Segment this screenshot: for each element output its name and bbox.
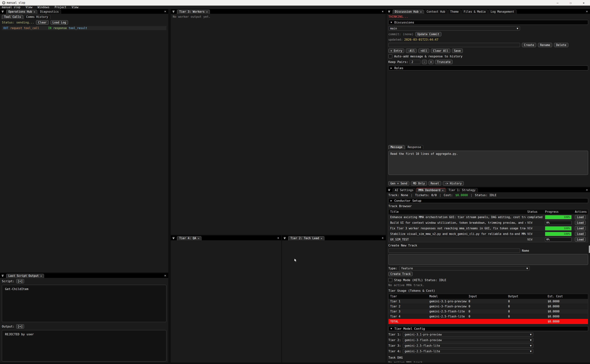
tool-call-log-row[interactable]: OUT request tool_call IN response tool_r… bbox=[2, 26, 166, 30]
menu-item-project[interactable]: Project bbox=[55, 6, 67, 9]
tab-log-management[interactable]: Log Management bbox=[488, 10, 516, 14]
load-button[interactable]: Load bbox=[575, 215, 586, 219]
tab-close-icon[interactable]: ✕ bbox=[420, 10, 422, 13]
create-button[interactable]: Create bbox=[522, 43, 536, 47]
panel-close-icon[interactable]: ✕ bbox=[164, 10, 167, 14]
tab-comms-history[interactable]: Comms History bbox=[24, 15, 50, 19]
script-expand-button[interactable]: [+] bbox=[16, 279, 24, 283]
tab-ai-settings[interactable]: AI Settings bbox=[393, 188, 416, 192]
collapsed-arrow-icon: ▶ bbox=[391, 199, 392, 202]
tier3-model-select[interactable]: gemini-2.5-flash-lite ▼ bbox=[403, 344, 533, 348]
create-track-button[interactable]: Create Track bbox=[388, 272, 413, 276]
reset-button[interactable]: Reset bbox=[429, 181, 441, 186]
tab-message[interactable]: Message bbox=[388, 145, 405, 149]
minus-all-button[interactable]: -All bbox=[406, 49, 417, 53]
panel-close-icon[interactable]: ✕ bbox=[586, 10, 589, 14]
track-name-input[interactable] bbox=[388, 248, 520, 253]
load-button[interactable]: Load bbox=[575, 221, 586, 225]
tab-context-hub[interactable]: Context Hub bbox=[424, 10, 447, 14]
track-row[interactable]: Enhance existing MMA orchestration GUI: … bbox=[389, 214, 588, 220]
panel-close-icon[interactable]: ✕ bbox=[586, 188, 589, 192]
tab-mma-dashboard[interactable]: MMA Dashboard ✕ bbox=[416, 188, 446, 192]
conductor-setup-header[interactable]: ▶ Conductor Setup bbox=[388, 198, 588, 203]
output-expand-button[interactable]: [+] bbox=[16, 324, 24, 329]
tab-tier2-tech-lead[interactable]: Tier 2: Tech Lead ✕ bbox=[288, 236, 324, 240]
tab-tier1-strategy[interactable]: Tier 1: Strategy bbox=[446, 188, 478, 192]
tab-tier4-qa[interactable]: Tier 4: QA ✕ bbox=[177, 236, 201, 240]
clear-button[interactable]: Clear bbox=[36, 20, 48, 25]
tier1-model-select[interactable]: gemini-3.1-pro-preview ▼ bbox=[403, 332, 533, 337]
tab-discussion-hub[interactable]: Discussion Hub ✕ bbox=[393, 10, 424, 14]
track-row[interactable]: UX_SIM_TEST NEW 0% Load bbox=[389, 237, 588, 242]
delete-button[interactable]: Delete bbox=[554, 43, 568, 47]
discussion-select[interactable]: main ▼ bbox=[388, 26, 520, 31]
load-log-button[interactable]: Load Log bbox=[51, 20, 68, 25]
track-type-select[interactable]: feature ▼ bbox=[399, 266, 530, 271]
tab-response[interactable]: Response bbox=[405, 145, 423, 149]
roles-section-header[interactable]: ▶ Roles bbox=[388, 65, 588, 70]
dock-menu-icon[interactable] bbox=[388, 11, 391, 13]
dock-menu-icon[interactable] bbox=[283, 237, 286, 240]
track-description-textarea[interactable] bbox=[388, 254, 588, 265]
dock-menu-icon[interactable] bbox=[1, 11, 4, 13]
rename-button[interactable]: Rename bbox=[538, 43, 552, 47]
plus-all-button[interactable]: +All bbox=[418, 49, 429, 53]
minimize-button[interactable]: — bbox=[553, 1, 562, 5]
step-mode-checkbox[interactable] bbox=[388, 278, 392, 282]
panel-close-icon[interactable]: ✕ bbox=[382, 10, 384, 14]
update-commit-button[interactable]: Update Commit bbox=[416, 32, 441, 36]
output-textarea[interactable]: REJECTED by user bbox=[2, 330, 166, 361]
tab-tier3-workers[interactable]: Tier 3: Workers ✕ bbox=[177, 10, 210, 14]
tab-close-icon[interactable]: ✕ bbox=[40, 275, 42, 277]
autoadd-checkbox[interactable] bbox=[388, 54, 392, 58]
panel-close-icon[interactable]: ✕ bbox=[164, 274, 167, 278]
maximize-button[interactable]: ☐ bbox=[566, 1, 575, 5]
tab-close-icon[interactable]: ✕ bbox=[198, 237, 199, 240]
tab-close-icon[interactable]: ✕ bbox=[442, 189, 443, 192]
tab-close-icon[interactable]: ✕ bbox=[321, 237, 322, 240]
tier-model-config-header[interactable]: ▼ Tier Model Config bbox=[388, 326, 588, 331]
to-history-button[interactable]: -> History bbox=[443, 181, 464, 186]
clear-all-button[interactable]: Clear All bbox=[431, 49, 450, 53]
dock-menu-icon[interactable] bbox=[388, 189, 391, 191]
gen-send-button[interactable]: Gen + Send bbox=[388, 181, 409, 186]
close-button[interactable]: ✕ bbox=[580, 1, 588, 5]
track-row[interactable]: Build UI for context window utilization,… bbox=[389, 220, 588, 225]
message-textarea[interactable]: Read the first 10 lines of aggregate.py. bbox=[388, 151, 588, 175]
discussion-name-input[interactable] bbox=[388, 43, 520, 47]
tab-tool-calls[interactable]: Tool Calls bbox=[2, 15, 23, 19]
load-button[interactable]: Load bbox=[575, 237, 586, 242]
menu-item-manual-slop[interactable]: manual slop bbox=[2, 6, 20, 9]
track-row[interactable]: Fix Tier 3 worker responses not reaching… bbox=[389, 225, 588, 231]
tab-close-icon[interactable]: ✕ bbox=[206, 10, 208, 13]
load-button[interactable]: Load bbox=[575, 232, 586, 236]
script-textarea[interactable]: Get-ChildItem bbox=[2, 285, 166, 322]
dock-menu-icon[interactable] bbox=[172, 11, 175, 13]
tab-operations-hub[interactable]: Operations Hub ✕ bbox=[6, 10, 37, 14]
load-button[interactable]: Load bbox=[575, 226, 586, 230]
panel-close-icon[interactable]: ✕ bbox=[382, 236, 384, 240]
truncate-button[interactable]: Truncate bbox=[435, 60, 453, 64]
tab-files-media[interactable]: Files & Media bbox=[462, 10, 488, 14]
keep-pairs-decrement-button[interactable]: - bbox=[422, 60, 427, 64]
save-button[interactable]: Save bbox=[452, 49, 463, 53]
keep-pairs-input[interactable]: 2 bbox=[410, 60, 420, 64]
keep-pairs-increment-button[interactable]: + bbox=[429, 60, 434, 64]
md-only-button[interactable]: MD Only bbox=[411, 181, 427, 186]
dock-menu-icon[interactable] bbox=[1, 275, 4, 277]
tab-last-script-output[interactable]: Last Script Output ✕ bbox=[6, 274, 44, 278]
panel-close-icon[interactable]: ✕ bbox=[277, 236, 280, 240]
add-entry-button[interactable]: + Entry bbox=[388, 49, 404, 53]
menu-item-view2[interactable]: View bbox=[72, 6, 78, 9]
tab-close-icon[interactable]: ✕ bbox=[34, 10, 35, 13]
tab-diagnostics[interactable]: Diagnostics bbox=[38, 10, 61, 14]
dock-menu-icon[interactable] bbox=[172, 237, 175, 240]
tab-theme[interactable]: Theme bbox=[448, 10, 461, 14]
track-row[interactable]: Stabilize visual_sim_mma_v2.py and mock_… bbox=[389, 231, 588, 237]
tier4-model-select[interactable]: gemini-2.5-flash-lite ▼ bbox=[403, 349, 533, 353]
tier2-model-select[interactable]: gemini-3-flash-preview ▼ bbox=[403, 338, 533, 342]
menu-item-view[interactable]: View bbox=[26, 6, 32, 9]
discussions-section-header[interactable]: ▼ Discussions bbox=[388, 20, 588, 25]
vertical-scrollbar-thumb[interactable] bbox=[589, 246, 590, 253]
menu-item-windows[interactable]: Windows bbox=[38, 6, 49, 9]
